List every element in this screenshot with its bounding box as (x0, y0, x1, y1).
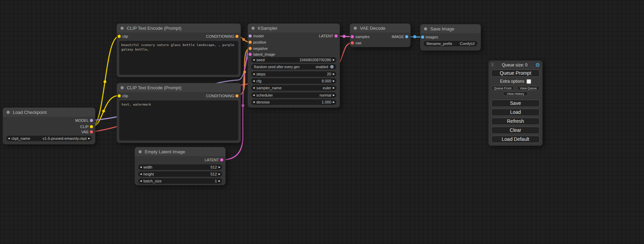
widget-sampler-name[interactable]: ◀ sampler_name euler ▶ (251, 85, 336, 91)
increment-arrow-icon[interactable]: ▶ (87, 137, 92, 140)
port-conditioning-output[interactable] (236, 35, 239, 38)
port-latent-image-input[interactable] (249, 53, 252, 56)
widget-ckpt-name[interactable]: ◀ ckpt_name v1-5-pruned-emaonly.ckpt ▶ (6, 136, 92, 141)
queue-panel[interactable]: ⠿ Queue size: 0 ⚙ Queue Prompt Extra opt… (488, 61, 542, 146)
decrement-arrow-icon[interactable]: ◀ (251, 58, 256, 61)
refresh-button[interactable]: Refresh (491, 118, 540, 125)
queue-front-button[interactable]: Queue Front (491, 86, 514, 90)
node-title-bar[interactable]: Load Checkpoint (3, 108, 95, 117)
decrement-arrow-icon[interactable]: ◀ (138, 180, 143, 182)
increment-arrow-icon[interactable]: ▶ (217, 166, 222, 169)
widget-height[interactable]: ◀ height 512 ▶ (138, 171, 222, 177)
extra-options-checkbox[interactable] (527, 79, 531, 84)
collapse-dot-icon[interactable] (424, 27, 427, 30)
widget-width[interactable]: ◀ width 512 ▶ (138, 164, 222, 170)
load-button[interactable]: Load (491, 109, 540, 116)
port-latent-output[interactable] (220, 159, 223, 162)
increment-arrow-icon[interactable]: ▶ (217, 173, 222, 175)
widget-steps[interactable]: ◀ steps 20 ▶ (251, 71, 336, 77)
decrement-arrow-icon[interactable]: ◀ (251, 80, 256, 82)
view-history-button[interactable]: View History (503, 91, 528, 96)
node-title-bar[interactable]: KSampler (248, 24, 340, 33)
widget-denoise[interactable]: ◀ denoise 1.000 ▶ (251, 99, 336, 105)
settings-gear-icon[interactable]: ⚙ (536, 62, 540, 68)
port-model-output[interactable] (90, 119, 93, 122)
link-dot (102, 110, 105, 112)
input-label-clip: clip (122, 34, 128, 39)
port-negative-input[interactable] (249, 47, 252, 50)
widget-batch-size[interactable]: ◀ batch_size 1 ▶ (138, 178, 222, 184)
save-button[interactable]: Save (491, 100, 540, 107)
collapse-dot-icon[interactable] (354, 27, 357, 30)
queue-prompt-button[interactable]: Queue Prompt (491, 70, 540, 77)
increment-arrow-icon[interactable]: ▶ (217, 180, 222, 182)
node-title-bar[interactable]: Empty Latent Image (135, 147, 226, 156)
node-load-checkpoint[interactable]: Load Checkpoint MODEL CLIP VAE ◀ ckpt_na… (3, 108, 95, 144)
node-clip-text-encode-negative[interactable]: CLIP Text Encode (Prompt) clip CONDITION… (117, 83, 241, 143)
widget-filename-prefix[interactable]: filename_prefix ComfyUI (424, 41, 477, 46)
widget-random-seed-toggle[interactable]: Random seed after every gen enabled (251, 64, 336, 70)
port-clip-input[interactable] (118, 94, 121, 98)
node-title-bar[interactable]: VAE Decode (350, 24, 411, 33)
node-vae-decode[interactable]: VAE Decode samples vae IMAGE (350, 24, 411, 47)
decrement-arrow-icon[interactable]: ◀ (251, 94, 256, 97)
port-conditioning-output[interactable] (236, 94, 239, 98)
increment-arrow-icon[interactable]: ▶ (331, 101, 336, 103)
port-vae-output[interactable] (90, 130, 93, 134)
node-ksampler[interactable]: KSampler model positive negative latent_… (248, 24, 340, 108)
collapse-dot-icon[interactable] (121, 86, 124, 89)
port-clip-output[interactable] (90, 125, 93, 128)
node-empty-latent-image[interactable]: Empty Latent Image LATENT ◀ width 512 ▶ … (135, 147, 226, 185)
decrement-arrow-icon[interactable]: ◀ (251, 87, 256, 89)
port-positive-input[interactable] (249, 41, 252, 44)
drag-handle-icon[interactable]: ⠿ (491, 63, 494, 67)
increment-arrow-icon[interactable]: ▶ (331, 58, 336, 61)
decrement-arrow-icon[interactable]: ◀ (251, 101, 256, 103)
node-title-bar[interactable]: Save Image (420, 24, 481, 33)
output-label-vae: VAE (81, 129, 89, 135)
widget-value: enabled (300, 65, 328, 69)
node-clip-text-encode-positive[interactable]: CLIP Text Encode (Prompt) clip CONDITION… (117, 24, 241, 77)
increment-arrow-icon[interactable]: ▶ (331, 87, 336, 89)
port-images-input[interactable] (421, 36, 424, 39)
widget-label: width (143, 165, 152, 169)
widget-scheduler[interactable]: ◀ scheduler normal ▶ (251, 92, 336, 98)
increment-arrow-icon[interactable]: ▶ (331, 73, 336, 75)
collapse-dot-icon[interactable] (252, 27, 255, 30)
decrement-arrow-icon[interactable]: ◀ (138, 173, 143, 175)
widget-seed[interactable]: ◀ seed 156680208700286 ▶ (251, 57, 336, 63)
input-label-negative: negative (253, 46, 268, 51)
node-save-image[interactable]: Save Image images filename_prefix ComfyU… (420, 24, 481, 51)
prompt-textarea[interactable]: beautiful scenery nature glass bottle la… (119, 41, 238, 75)
extra-options-label: Extra options (500, 79, 524, 84)
load-default-button[interactable]: Load Default (491, 136, 540, 143)
widget-cfg[interactable]: ◀ cfg 8.000 ▶ (251, 78, 336, 84)
decrement-arrow-icon[interactable]: ◀ (138, 166, 143, 169)
increment-arrow-icon[interactable]: ▶ (331, 94, 336, 97)
port-clip-input[interactable] (118, 35, 121, 38)
port-vae-input[interactable] (351, 42, 354, 45)
port-model-input[interactable] (249, 35, 252, 38)
input-label-clip: clip (122, 93, 128, 99)
toggle-knob-icon[interactable] (330, 65, 334, 69)
increment-arrow-icon[interactable]: ▶ (331, 80, 336, 82)
clear-button[interactable]: Clear (491, 127, 540, 134)
output-label-clip: CLIP (80, 124, 89, 129)
node-title-bar[interactable]: CLIP Text Encode (Prompt) (117, 24, 241, 33)
decrement-arrow-icon[interactable]: ◀ (251, 73, 256, 75)
collapse-dot-icon[interactable] (139, 150, 142, 153)
decrement-arrow-icon[interactable]: ◀ (6, 137, 11, 140)
view-queue-button[interactable]: View Queue (517, 86, 540, 90)
widget-label: Random seed after every gen (254, 65, 300, 69)
prompt-textarea[interactable]: text, watermark (119, 100, 238, 141)
collapse-dot-icon[interactable] (121, 27, 124, 30)
collapse-dot-icon[interactable] (7, 111, 10, 114)
input-label-images: images (426, 34, 438, 40)
node-title-bar[interactable]: CLIP Text Encode (Prompt) (117, 83, 241, 92)
port-latent-output[interactable] (335, 35, 338, 38)
input-label-positive: positive (253, 39, 266, 45)
node-title: VAE Decode (360, 26, 385, 31)
port-samples-input[interactable] (351, 35, 354, 38)
widget-label: batch_size (143, 179, 162, 183)
port-image-output[interactable] (405, 35, 408, 38)
